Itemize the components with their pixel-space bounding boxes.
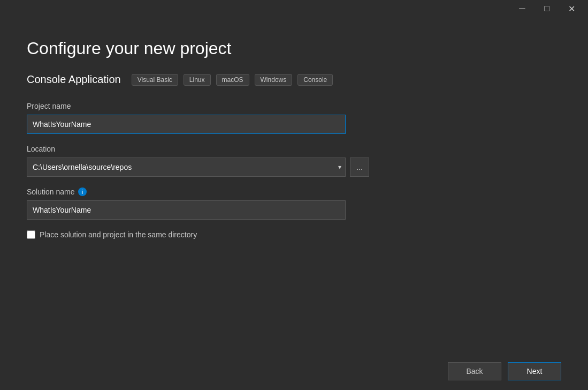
back-button[interactable]: Back [448,362,501,380]
project-name-section: Project name [27,102,561,134]
tag-visual-basic: Visual Basic [132,74,178,86]
location-section: Location C:\Users\ornella\source\repos ▾… [27,145,561,177]
minimize-button[interactable]: ─ [510,0,534,17]
solution-name-section: Solution name i [27,188,561,220]
title-bar: ─ □ ✕ [0,0,588,17]
tag-linux: Linux [184,74,211,86]
solution-name-input[interactable] [27,200,346,220]
location-label: Location [27,145,561,153]
location-row: C:\Users\ornella\source\repos ▾ ... [27,158,561,177]
main-content: Configure your new project Console Appli… [0,17,588,390]
project-name-input[interactable] [27,115,346,134]
tag-windows: Windows [255,74,293,86]
same-directory-checkbox[interactable] [27,230,35,239]
same-directory-label[interactable]: Place solution and project in the same d… [40,230,197,239]
page-title: Configure your new project [27,39,561,58]
tag-console: Console [297,74,333,86]
project-name-label: Project name [27,102,561,110]
footer: Back Next [0,352,588,390]
solution-name-label: Solution name i [27,188,561,196]
tag-macos: macOS [216,74,249,86]
next-button[interactable]: Next [508,362,561,380]
browse-button[interactable]: ... [350,158,369,177]
close-button[interactable]: ✕ [559,0,584,17]
project-type-name: Console Application [27,73,121,86]
project-type-row: Console Application Visual Basic Linux m… [27,73,561,86]
location-select[interactable]: C:\Users\ornella\source\repos [27,158,346,177]
location-select-wrapper: C:\Users\ornella\source\repos ▾ [27,158,346,177]
maximize-button[interactable]: □ [534,0,559,17]
same-directory-row: Place solution and project in the same d… [27,230,561,239]
info-icon[interactable]: i [78,188,87,196]
